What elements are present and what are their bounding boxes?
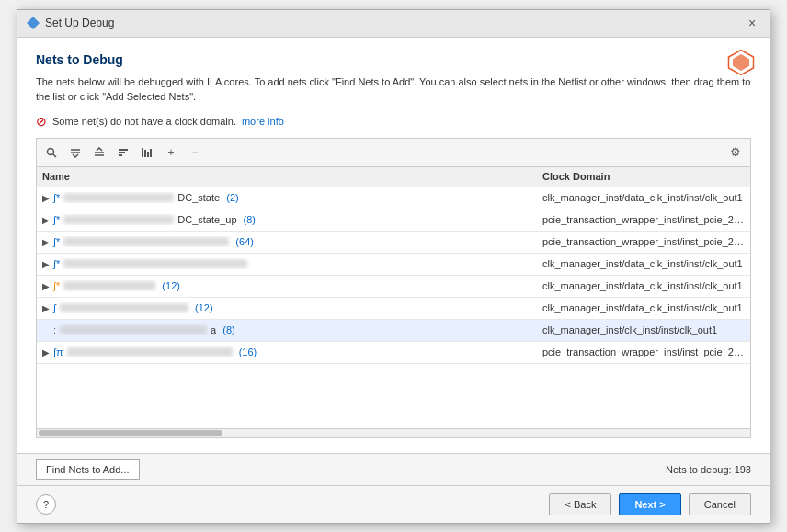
dialog-title: Set Up Debug [45, 17, 114, 29]
description: The nets below will be debugged with ILA… [36, 74, 751, 105]
net-icon: ∫π [53, 346, 63, 357]
expand-arrow[interactable]: ▶ [42, 303, 50, 313]
add-icon: + [167, 146, 174, 159]
net-count: (12) [192, 302, 213, 313]
net-name-blurred [60, 303, 188, 312]
expand-arrow[interactable]: ▶ [42, 281, 50, 291]
cell-clock: clk_manager_inst/data_clk_inst/inst/clk_… [542, 302, 745, 313]
net-icon: ∫* [53, 236, 60, 247]
svg-marker-1 [733, 54, 749, 71]
svg-point-2 [48, 148, 54, 154]
expand-arrow[interactable]: ▶ [42, 215, 50, 225]
cell-clock: pcie_transaction_wrapper_inst/inst_pcie_… [542, 346, 745, 357]
cell-name: ▶ ∫* DC_state_up (8) [42, 214, 542, 225]
help-button[interactable]: ? [36, 494, 56, 515]
nets-table: Name Clock Domain ▶ ∫* DC_state (2) clk_… [36, 166, 751, 438]
svg-line-3 [53, 153, 57, 157]
settings-button[interactable]: ⚙ [724, 142, 747, 163]
close-button[interactable]: × [744, 15, 760, 31]
svg-rect-14 [150, 149, 152, 157]
table-row[interactable]: ▶ ∫* (12) clk_manager_inst/data_clk_inst… [37, 276, 750, 298]
svg-rect-12 [144, 150, 146, 157]
vivado-logo [727, 49, 755, 76]
next-button[interactable]: Next > [619, 493, 680, 515]
table-row[interactable]: ▶ ∫* DC_state_up (8) pcie_transaction_wr… [37, 209, 750, 232]
expand-arrow[interactable]: ▶ [42, 347, 50, 357]
net-count: (12) [159, 280, 180, 291]
expand-arrow[interactable]: ▶ [42, 325, 50, 335]
collapse-all-icon [70, 147, 81, 158]
dialog-footer: ? < Back Next > Cancel [17, 485, 770, 523]
expand-all-icon [94, 147, 105, 158]
net-name-suffix: DC_state [177, 192, 220, 203]
net-name-suffix: a [211, 324, 216, 335]
net-name-blurred [63, 215, 174, 224]
sort-button-2[interactable] [136, 142, 158, 163]
cell-name: ▶ ∫* [42, 258, 542, 269]
net-icon: : [53, 324, 56, 335]
net-count: (8) [241, 214, 257, 225]
net-icon: ∫* [53, 280, 60, 291]
sort-icon-2 [141, 147, 154, 158]
net-name-blurred [67, 347, 233, 357]
net-name-suffix: DC_state_up [177, 214, 236, 225]
cancel-button[interactable]: Cancel [689, 493, 751, 515]
net-name-blurred [63, 237, 229, 246]
expand-arrow[interactable]: ▶ [42, 193, 50, 203]
hscroll-thumb[interactable] [39, 430, 222, 436]
svg-rect-10 [119, 154, 122, 156]
net-count: (64) [233, 236, 254, 247]
expand-all-button[interactable] [88, 142, 110, 163]
cell-clock: clk_manager_inst/clk_inst/inst/clk_out1 [542, 324, 745, 335]
table-row[interactable]: ▶ ∫* (64) pcie_transaction_wrapper_inst/… [37, 232, 750, 254]
table-row[interactable]: ▶ : a (8) clk_manager_inst/clk_inst/inst… [37, 320, 750, 342]
svg-rect-11 [142, 148, 143, 157]
add-button[interactable]: + [160, 142, 182, 163]
horizontal-scrollbar[interactable] [37, 428, 750, 437]
remove-button[interactable]: − [184, 142, 206, 163]
table-row[interactable]: ▶ ∫ (12) clk_manager_inst/data_clk_inst/… [37, 298, 750, 320]
search-icon [46, 147, 57, 158]
net-count: (2) [223, 192, 239, 203]
cell-clock: clk_manager_inst/data_clk_inst/inst/clk_… [542, 280, 745, 291]
net-icon: ∫* [53, 258, 60, 269]
table-row[interactable]: ▶ ∫* DC_state (2) clk_manager_inst/data_… [37, 187, 750, 209]
find-nets-button[interactable]: Find Nets to Add... [36, 459, 140, 480]
more-info-link[interactable]: more info [242, 116, 284, 127]
expand-arrow[interactable]: ▶ [42, 259, 50, 269]
warning-icon: ⊘ [36, 114, 47, 129]
title-bar: Set Up Debug × [17, 10, 770, 38]
nets-count-label: Nets to debug: 193 [666, 464, 751, 475]
bottom-bar: Find Nets to Add... Nets to debug: 193 [17, 453, 770, 485]
cell-name: ▶ : a (8) [42, 324, 542, 335]
net-icon: ∫* [53, 192, 60, 203]
cell-name: ▶ ∫ (12) [42, 302, 542, 313]
expand-arrow[interactable]: ▶ [42, 237, 50, 247]
net-name-blurred [60, 325, 207, 334]
table-body[interactable]: ▶ ∫* DC_state (2) clk_manager_inst/data_… [37, 187, 750, 428]
cell-clock: pcie_transaction_wrapper_inst/inst_pcie_… [542, 214, 745, 225]
section-title: Nets to Debug [36, 52, 751, 67]
sort-icon-1 [118, 147, 129, 158]
svg-rect-9 [119, 152, 125, 153]
back-button[interactable]: < Back [549, 493, 611, 515]
warning-bar: ⊘ Some net(s) do not have a clock domain… [36, 114, 751, 129]
toolbar: + − ⚙ [36, 138, 751, 166]
dialog-content: Nets to Debug The nets below will be deb… [17, 38, 770, 453]
sort-button-1[interactable] [112, 142, 134, 163]
cell-clock: pcie_transaction_wrapper_inst/inst_pcie_… [542, 236, 745, 247]
table-row[interactable]: ▶ ∫π (16) pcie_transaction_wrapper_inst/… [37, 342, 750, 364]
warning-text: Some net(s) do not have a clock domain. [52, 116, 236, 127]
footer-left: ? [36, 494, 56, 515]
title-bar-left: Set Up Debug [27, 17, 114, 29]
remove-icon: − [191, 146, 198, 159]
net-icon: ∫* [53, 214, 60, 225]
setup-debug-dialog: Set Up Debug × Nets to Debug The nets be… [17, 9, 770, 524]
net-name-blurred [63, 281, 155, 290]
net-name-blurred [63, 193, 174, 202]
cell-clock: clk_manager_inst/data_clk_inst/inst/clk_… [542, 258, 745, 269]
cell-name: ▶ ∫* (64) [42, 236, 542, 247]
collapse-all-button[interactable] [64, 142, 86, 163]
search-button[interactable] [40, 142, 63, 163]
table-row[interactable]: ▶ ∫* clk_manager_inst/data_clk_inst/inst… [37, 254, 750, 276]
